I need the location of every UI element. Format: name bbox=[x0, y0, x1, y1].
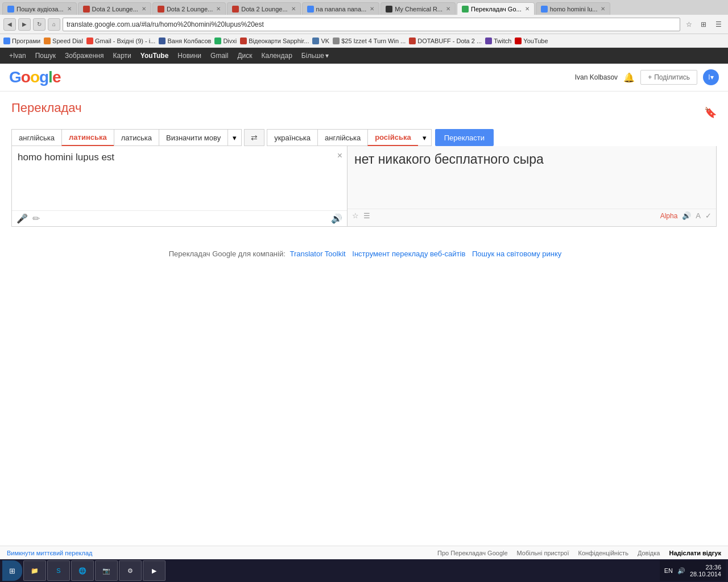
footer-link-toolkit[interactable]: Translator Toolkit bbox=[289, 250, 345, 258]
nav-news[interactable]: Новини bbox=[173, 48, 206, 64]
bookmark-youtube[interactable]: YouTube bbox=[515, 38, 548, 44]
nav-calendar[interactable]: Календар bbox=[257, 48, 297, 64]
taskbar-skype[interactable]: S bbox=[47, 560, 70, 581]
source-lang-detect[interactable]: Визначити мову bbox=[159, 129, 228, 146]
bookmark-programy[interactable]: Програми bbox=[3, 38, 40, 44]
tab-4[interactable]: Dota 2 Lounge... ✕ bbox=[227, 2, 300, 15]
font-size-icon[interactable]: A bbox=[696, 211, 701, 220]
tab-close-4[interactable]: ✕ bbox=[291, 6, 296, 12]
bookmark-gmail[interactable]: Gmail - Вхідні (9) - і... bbox=[86, 38, 155, 44]
tab-label-6: My Chemical R... bbox=[395, 6, 442, 13]
refresh-button[interactable]: ↻ bbox=[33, 18, 46, 31]
google-logo: Google bbox=[9, 68, 60, 86]
bookmark-divxi[interactable]: Divxi bbox=[214, 38, 237, 44]
extensions-icon[interactable]: ⊞ bbox=[697, 18, 710, 31]
target-panel-bottom: ☆ ☰ Alpha 🔊 A ✓ bbox=[348, 209, 716, 222]
chevron-down-icon: ▾ bbox=[423, 134, 427, 142]
explorer-icon: 📁 bbox=[31, 567, 39, 575]
taskbar-steam[interactable]: ⚙ bbox=[119, 560, 142, 581]
tab-7[interactable]: Перекладач Go... ✕ bbox=[457, 2, 535, 15]
source-lang-english[interactable]: англійська bbox=[11, 129, 61, 146]
nav-gmail[interactable]: Gmail bbox=[206, 48, 233, 64]
tab-close-2[interactable]: ✕ bbox=[142, 6, 146, 12]
bottom-right-links: Про Перекладач Google Мобільні пристрої … bbox=[437, 550, 721, 556]
nav-youtube[interactable]: YouTube bbox=[136, 48, 173, 64]
checkmark-icon[interactable]: ✓ bbox=[705, 211, 712, 220]
tab-close-3[interactable]: ✕ bbox=[216, 6, 221, 12]
footer-link-market[interactable]: Пошук на світовому ринку bbox=[472, 250, 561, 258]
tab-close-6[interactable]: ✕ bbox=[446, 6, 450, 12]
address-bar-row: ◀ ▶ ↻ ⌂ translate.google.com.ua/#la/ru/h… bbox=[0, 15, 728, 34]
tab-5[interactable]: na nanana nana... ✕ bbox=[302, 2, 380, 15]
nav-disk[interactable]: Диск bbox=[233, 48, 257, 64]
share-button[interactable]: + Поділитись bbox=[640, 70, 697, 85]
disable-instant-translate-link[interactable]: Вимкнути миттєвий переклад bbox=[7, 550, 92, 556]
nav-more[interactable]: Більше ▾ bbox=[297, 52, 333, 60]
about-translator-link[interactable]: Про Перекладач Google bbox=[437, 550, 507, 556]
swap-languages-button[interactable]: ⇄ bbox=[244, 129, 264, 146]
system-tray: EN 🔊 23:36 28.10.2014 bbox=[660, 560, 726, 581]
back-button[interactable]: ◀ bbox=[3, 18, 16, 31]
pencil-icon[interactable]: ✏ bbox=[32, 213, 40, 224]
tab-close-7[interactable]: ✕ bbox=[525, 6, 530, 12]
tab-close-1[interactable]: ✕ bbox=[67, 6, 72, 12]
translate-button[interactable]: Перекласти bbox=[435, 129, 494, 146]
bookmark-izzet[interactable]: $25 Izzet 4 Turn Win ... bbox=[333, 38, 406, 44]
taskbar-app4[interactable]: 📷 bbox=[95, 560, 118, 581]
tab-favicon-8 bbox=[541, 6, 548, 13]
chevron-down-icon: ▾ bbox=[325, 52, 329, 60]
menu-icon[interactable]: ☰ bbox=[712, 18, 725, 31]
target-lang-russian[interactable]: російська bbox=[367, 129, 418, 146]
star-icon[interactable]: ☆ bbox=[352, 211, 359, 220]
target-lang-dropdown-button[interactable]: ▾ bbox=[418, 129, 432, 146]
privacy-link[interactable]: Конфіденційність bbox=[578, 550, 628, 556]
tab-1[interactable]: Пошук аудіоза... ✕ bbox=[2, 2, 77, 15]
target-speaker-icon[interactable]: 🔊 bbox=[682, 211, 691, 220]
bookmark-star-icon[interactable]: ☆ bbox=[682, 18, 695, 31]
source-lang-latvian[interactable]: латиська bbox=[114, 129, 159, 146]
app4-icon: 📷 bbox=[102, 567, 110, 575]
nav-search[interactable]: Пошук bbox=[31, 48, 60, 64]
notification-bell-icon[interactable]: 🔔 bbox=[623, 72, 635, 83]
tab-2[interactable]: Dota 2 Lounge... ✕ bbox=[78, 2, 151, 15]
bookmark-twitch[interactable]: Twitch bbox=[485, 38, 511, 44]
bookmark-favicon-twitch bbox=[485, 38, 492, 44]
source-lang-latin[interactable]: латинська bbox=[61, 129, 114, 146]
bookmark-videocards[interactable]: Відеокарти Sapphir... bbox=[240, 38, 309, 44]
mobile-devices-link[interactable]: Мобільні пристрої bbox=[517, 550, 569, 556]
forward-button[interactable]: ▶ bbox=[18, 18, 31, 31]
bookmark-speeddial[interactable]: Speed Dial bbox=[44, 38, 83, 44]
clear-source-button[interactable]: × bbox=[337, 151, 342, 161]
start-button[interactable]: ⊞ bbox=[2, 560, 22, 581]
tab-close-5[interactable]: ✕ bbox=[370, 6, 374, 12]
help-link[interactable]: Довідка bbox=[638, 550, 660, 556]
bookmark-vanya[interactable]: Ваня Колбасов bbox=[159, 38, 211, 44]
bookmark-favicon-vk bbox=[312, 38, 319, 44]
taskbar-explorer[interactable]: 📁 bbox=[23, 560, 46, 581]
profile-avatar[interactable]: I ▾ bbox=[703, 69, 719, 85]
page-title: Перекладач bbox=[11, 101, 82, 115]
taskbar-chrome[interactable]: 🌐 bbox=[71, 560, 94, 581]
footer-link-websites[interactable]: Інструмент перекладу веб-сайтів bbox=[352, 250, 465, 258]
speaker-icon[interactable]: 🔊 bbox=[331, 213, 342, 224]
source-lang-dropdown-button[interactable]: ▾ bbox=[228, 129, 242, 146]
nav-ivan[interactable]: +Ivan bbox=[5, 48, 31, 64]
target-lang-english[interactable]: англійська bbox=[317, 129, 367, 146]
bookmark-vk[interactable]: VK bbox=[312, 38, 329, 44]
tab-8[interactable]: homo homini lu... ✕ bbox=[536, 2, 611, 15]
list-icon[interactable]: ☰ bbox=[363, 211, 370, 220]
address-box[interactable]: translate.google.com.ua/#la/ru/homo%20ho… bbox=[63, 18, 680, 31]
tab-close-8[interactable]: ✕ bbox=[601, 6, 605, 12]
nav-maps[interactable]: Карти bbox=[109, 48, 136, 64]
target-lang-ukrainian[interactable]: українська bbox=[267, 129, 317, 146]
home-button[interactable]: ⌂ bbox=[48, 18, 60, 31]
feedback-button[interactable]: Надіслати відгук bbox=[669, 550, 721, 556]
nav-images[interactable]: Зображення bbox=[60, 48, 109, 64]
source-textarea[interactable]: homo homini lupus est bbox=[12, 146, 347, 209]
microphone-icon[interactable]: 🎤 bbox=[16, 213, 28, 224]
taskbar-media[interactable]: ▶ bbox=[143, 560, 166, 581]
tab-3[interactable]: Dota 2 Lounge... ✕ bbox=[152, 2, 226, 15]
save-icon[interactable]: 🔖 bbox=[704, 106, 717, 119]
tab-6[interactable]: My Chemical R... ✕ bbox=[380, 2, 456, 15]
bookmark-dotabuff[interactable]: DOTABUFF - Dota 2 ... bbox=[409, 38, 482, 44]
